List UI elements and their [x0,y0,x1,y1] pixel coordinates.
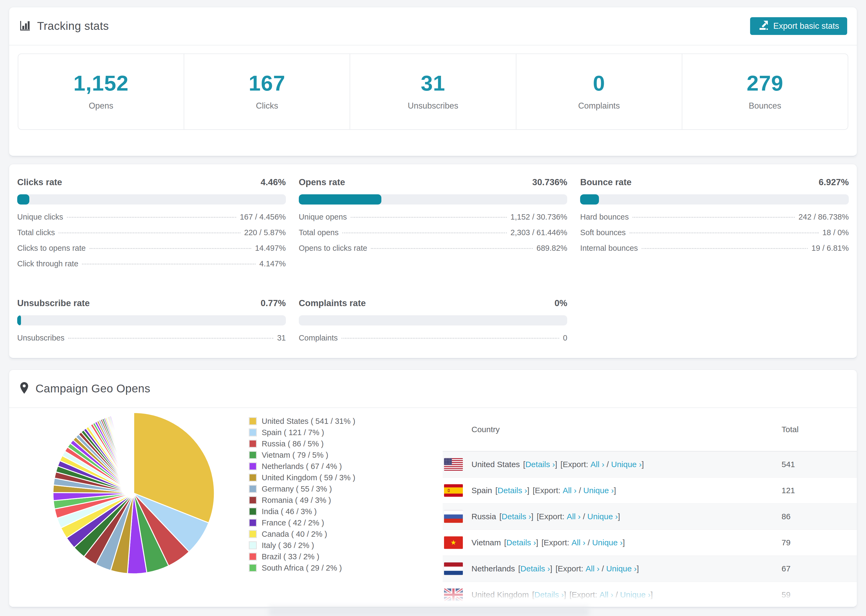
details-link[interactable]: Details › [498,486,527,495]
country-name: Spain [471,486,492,495]
legend-label: Italy ( 36 / 2% ) [262,541,314,550]
dotted-leader [642,248,808,249]
legend-item-netherlands[interactable]: Netherlands ( 67 / 4% ) [249,460,355,472]
tracking-stats-card: Tracking stats Export basic stats 1,152O… [9,7,857,156]
legend-swatch [249,519,257,527]
stat-value-opens: 1,152 [73,72,129,94]
legend-label: Spain ( 121 / 7% ) [262,428,324,437]
export-all-link[interactable]: All › [600,590,614,599]
export-unique-link[interactable]: Unique › [592,538,623,547]
legend-item-united-kingdom[interactable]: United Kingdom ( 59 / 3% ) [249,472,355,483]
dotted-leader [90,248,251,249]
country-total: 86 [781,512,857,521]
export-all-link[interactable]: All › [567,512,581,521]
details-link[interactable]: Details › [520,564,550,573]
export-unique-link[interactable]: Unique › [583,486,614,495]
rate-value: 30.736% [532,177,567,187]
detail-row-complaints: Complaints0 [299,333,567,349]
rates-grid: Clicks rate4.46%Unique clicks167 / 4.456… [17,177,849,349]
country-name: Netherlands [471,564,515,573]
legend-item-russia[interactable]: Russia ( 86 / 5% ) [249,438,355,449]
legend-swatch [249,417,257,425]
export-icon [758,20,769,33]
stat-cell-unsubscribes: 31Unsubscribes [350,54,516,129]
legend-item-brazil[interactable]: Brazil ( 33 / 2% ) [249,551,355,562]
export-unique-link[interactable]: Unique › [587,512,618,521]
country-total: 121 [781,486,857,495]
geo-table-row-russia: Russia[Details ›][Export: All › / Unique… [443,504,857,530]
legend-item-romania[interactable]: Romania ( 49 / 3% ) [249,495,355,506]
legend-item-india[interactable]: India ( 46 / 3% ) [249,506,355,517]
export-all-link[interactable]: All › [572,538,586,547]
detail-label: Unsubscribes [17,333,65,343]
geo-table-row-spain: Spain[Details ›][Export: All › / Unique … [443,478,857,504]
legend-item-vietnam[interactable]: Vietnam ( 79 / 5% ) [249,449,355,460]
legend-swatch [249,440,257,448]
country-total: 67 [781,564,857,573]
stat-cell-bounces: 279Bounces [682,54,848,129]
export-all-link[interactable]: All › [590,460,605,469]
stat-label-unsubscribes: Unsubscribes [408,101,458,111]
detail-row-clicks-to-opens-rate: Clicks to opens rate14.497% [17,244,286,259]
progress-bar-unsubscribe-rate [17,315,286,325]
rate-value: 0% [554,298,567,308]
legend-swatch [249,496,257,504]
legend-label: Germany ( 55 / 3% ) [262,485,332,493]
detail-value: 2,303 / 61.446% [510,228,567,237]
legend-label: France ( 42 / 2% ) [262,519,324,527]
export-button-label: Export basic stats [773,21,839,31]
geo-table-row-netherlands: Netherlands[Details ›][Export: All › / U… [443,556,857,582]
legend-item-united-states[interactable]: United States ( 541 / 31% ) [249,415,355,427]
detail-label: Total opens [299,228,339,237]
column-header-country: Country [443,425,500,434]
legend-item-italy[interactable]: Italy ( 36 / 2% ) [249,540,355,551]
geo-header: Campaign Geo Opens [9,370,857,407]
geo-country-table: Country Total United States[Details ›][E… [443,408,857,607]
export-all-link[interactable]: All › [563,486,576,495]
rate-section-opens-rate: Opens rate30.736%Unique opens1,152 / 30.… [299,177,567,275]
geo-body: United States ( 541 / 31% )Spain ( 121 /… [9,408,857,607]
detail-row-soft-bounces: Soft bounces18 / 0% [580,228,849,244]
stat-value-bounces: 279 [746,72,783,94]
geo-opens-pie-chart [50,409,217,577]
country-name: Russia [471,512,496,521]
legend-item-canada[interactable]: Canada ( 40 / 2% ) [249,528,355,540]
legend-item-spain[interactable]: Spain ( 121 / 7% ) [249,427,355,438]
legend-item-germany[interactable]: Germany ( 55 / 3% ) [249,483,355,495]
country-total: 59 [781,590,857,599]
legend-label: South Africa ( 29 / 2% ) [262,564,342,572]
campaign-geo-opens-card: Campaign Geo Opens United States ( 541 /… [9,369,857,607]
flag-icon-vn [444,536,463,549]
dotted-leader [342,338,559,339]
legend-item-france[interactable]: France ( 42 / 2% ) [249,517,355,528]
rate-section-clicks-rate: Clicks rate4.46%Unique clicks167 / 4.456… [17,177,286,275]
flag-icon-es [444,484,463,497]
tracking-stats-title: Tracking stats [37,20,109,33]
flag-icon-ru [444,511,463,523]
stat-label-complaints: Complaints [578,101,620,111]
progress-fill [17,315,21,325]
details-link[interactable]: Details › [502,512,531,521]
legend-label: India ( 46 / 3% ) [262,507,317,516]
legend-item-south-africa[interactable]: South Africa ( 29 / 2% ) [249,562,355,574]
export-unique-link[interactable]: Unique › [620,590,650,599]
detail-value: 242 / 86.738% [798,212,849,222]
detail-row-total-opens: Total opens2,303 / 61.446% [299,228,567,244]
export-all-link[interactable]: All › [586,564,600,573]
detail-label: Total clicks [17,228,55,237]
export-unique-link[interactable]: Unique › [611,460,641,469]
legend-swatch [249,508,257,515]
geo-table-row-united-kingdom: United Kingdom[Details ›][Export: All › … [443,582,857,607]
legend-swatch [249,428,257,437]
details-link[interactable]: Details › [525,460,555,469]
export-basic-stats-button[interactable]: Export basic stats [750,17,847,35]
stat-cell-opens: 1,152Opens [18,54,184,129]
details-link[interactable]: Details › [506,538,536,547]
dotted-leader [371,248,533,249]
export-unique-link[interactable]: Unique › [606,564,636,573]
detail-label: Hard bounces [580,212,629,222]
detail-row-hard-bounces: Hard bounces242 / 86.738% [580,212,849,228]
details-link[interactable]: Details › [534,590,564,599]
legend-swatch [249,485,257,493]
stat-label-clicks: Clicks [256,101,278,111]
